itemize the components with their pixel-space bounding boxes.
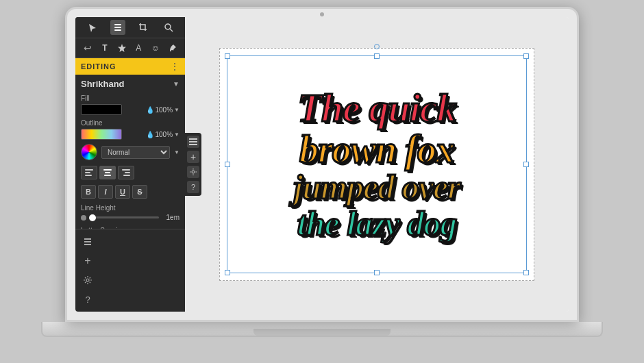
outline-opacity-value: 100%: [156, 131, 173, 138]
line-height-slider[interactable]: [89, 216, 159, 218]
line-height-value: 1em: [162, 214, 179, 221]
outline-opacity-arrow: ▼: [174, 132, 179, 138]
strikethrough-button[interactable]: S: [132, 185, 147, 199]
star-tool[interactable]: [114, 40, 129, 55]
fill-opacity-arrow: ▼: [174, 107, 179, 113]
svg-rect-1: [114, 27, 121, 28]
camera: [320, 12, 324, 16]
fill-opacity-control: 💧 100% ▼: [146, 106, 180, 114]
properties-panel: Shrikhand ▼ Fill 💧 100% ▼: [75, 75, 185, 229]
font-name-label: Shrikhand: [81, 79, 125, 89]
laptop-shell: ↩ T A ☺: [41, 7, 603, 356]
svg-rect-12: [122, 169, 130, 171]
svg-rect-8: [85, 175, 92, 176]
svg-rect-15: [84, 238, 91, 240]
settings-icon[interactable]: [79, 272, 96, 288]
help-icon[interactable]: ?: [79, 291, 96, 308]
svg-rect-17: [84, 244, 91, 245]
svg-point-3: [165, 24, 171, 29]
svg-rect-20: [189, 141, 197, 142]
bold-button[interactable]: B: [81, 185, 96, 199]
laptop-base: [41, 322, 603, 337]
top-toolbar: [75, 17, 185, 38]
outline-droplet-icon: 💧: [146, 131, 154, 138]
svg-rect-9: [103, 169, 112, 171]
left-icon-strip: + ?: [185, 133, 201, 196]
strip-add-icon[interactable]: +: [187, 151, 199, 163]
text-style-tool[interactable]: A: [131, 40, 146, 55]
screen: ↩ T A ☺: [75, 17, 569, 312]
canvas-area: + ? The quick: [185, 17, 569, 312]
blend-mode-select[interactable]: Normal: [101, 146, 170, 159]
outline-opacity-control: 💧 100% ▼: [146, 131, 180, 138]
strip-help-icon[interactable]: ?: [187, 181, 199, 193]
outline-color-swatch[interactable]: [81, 129, 122, 140]
secondary-toolbar: ↩ T A ☺: [75, 38, 185, 58]
sidebar: ↩ T A ☺: [75, 17, 185, 312]
text-line-2: brown fox: [299, 129, 454, 170]
text-tool-icon[interactable]: T: [97, 40, 112, 55]
svg-rect-19: [189, 138, 197, 140]
layers-icon[interactable]: [79, 234, 96, 250]
font-selector[interactable]: Shrikhand ▼: [81, 79, 179, 89]
fill-label: Fill: [81, 95, 179, 102]
crop-tool[interactable]: [136, 20, 151, 35]
font-dropdown-arrow: ▼: [173, 80, 179, 88]
italic-button[interactable]: I: [98, 185, 113, 199]
more-options-button[interactable]: ⋮: [170, 61, 179, 72]
droplet-icon: 💧: [146, 106, 154, 114]
layers-tool[interactable]: [110, 20, 125, 35]
svg-rect-6: [85, 169, 93, 171]
svg-rect-0: [114, 24, 121, 25]
svg-rect-11: [104, 175, 111, 176]
svg-point-22: [192, 171, 195, 173]
text-display[interactable]: The quick brown fox jumped over the lazy…: [220, 49, 534, 280]
screen-bezel: ↩ T A ☺: [65, 7, 579, 322]
text-line-1: The quick: [297, 88, 456, 129]
svg-point-18: [86, 279, 89, 281]
add-icon[interactable]: +: [79, 253, 96, 269]
svg-marker-5: [118, 44, 126, 52]
fill-color-row: 💧 100% ▼: [81, 104, 179, 115]
svg-rect-14: [123, 175, 130, 176]
strip-settings-icon[interactable]: [187, 166, 199, 178]
undo-button[interactable]: ↩: [80, 40, 95, 55]
format-row: B I U S: [81, 185, 179, 199]
svg-rect-16: [84, 241, 91, 242]
svg-rect-13: [125, 172, 130, 173]
svg-rect-7: [85, 172, 90, 173]
align-right-button[interactable]: [118, 166, 134, 179]
cursor-tool[interactable]: [85, 20, 100, 35]
color-wheel[interactable]: [81, 144, 97, 160]
outline-color-row: 💧 100% ▼: [81, 129, 179, 140]
line-height-row: 1em: [81, 214, 179, 221]
svg-rect-2: [114, 29, 121, 31]
svg-rect-21: [189, 144, 197, 145]
editing-label: EDITING: [81, 62, 116, 71]
emoji-tool[interactable]: ☺: [148, 40, 163, 55]
paint-tool[interactable]: [165, 40, 180, 55]
app-container: ↩ T A ☺: [75, 17, 569, 312]
blend-dropdown-arrow: ▼: [174, 149, 179, 155]
outline-label: Outline: [81, 119, 179, 127]
strip-layers-icon[interactable]: [187, 136, 199, 148]
fill-opacity-value: 100%: [156, 106, 173, 114]
line-height-label: Line Height: [81, 204, 179, 212]
laptop-hinge: [253, 329, 391, 336]
editing-header: EDITING ⋮: [75, 58, 185, 75]
fill-color-swatch[interactable]: [81, 104, 122, 115]
search-tool[interactable]: [161, 20, 176, 35]
color-blend-row: Normal ▼: [81, 144, 179, 160]
canvas: The quick brown fox jumped over the lazy…: [219, 48, 534, 281]
align-left-button[interactable]: [81, 166, 97, 179]
line-height-dot: [81, 215, 86, 221]
text-line-4: the lazy dog: [297, 205, 456, 242]
svg-rect-10: [105, 172, 110, 173]
sidebar-bottom-icons: + ?: [75, 229, 185, 312]
underline-button[interactable]: U: [115, 185, 130, 199]
alignment-row: [81, 166, 179, 179]
align-center-button[interactable]: [99, 166, 116, 179]
svg-line-4: [170, 29, 173, 32]
text-line-3: jumped over: [293, 169, 460, 205]
